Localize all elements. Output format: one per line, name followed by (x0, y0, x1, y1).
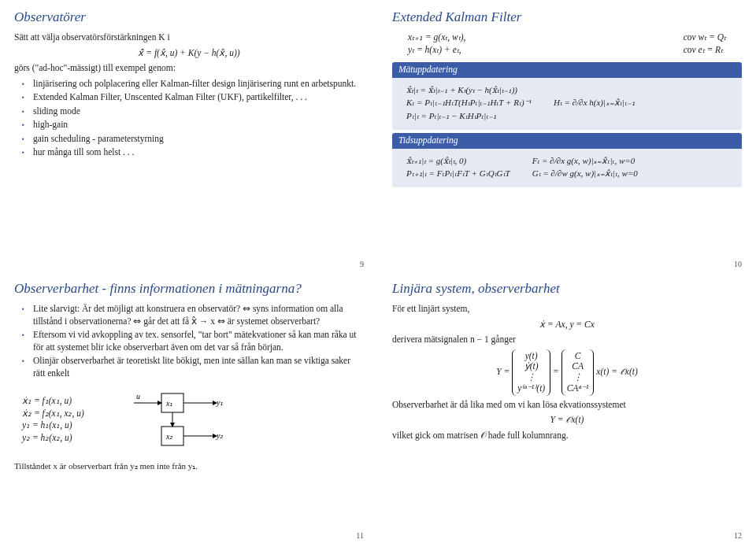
list-item: gain scheduling - parameterstyrning (25, 133, 364, 146)
equation: cov wₜ = Qₜ (684, 31, 726, 44)
equation: Fₜ = ∂/∂x g(x, w)|ₓ₌x̂ₜ|ₜ, w=0 (532, 155, 638, 167)
slide-9: Observatörer Sätt att välja observatörsf… (0, 0, 378, 272)
equation: ẋ̂ = f(x̂, u) + K(y − h(x̂, u)) (14, 47, 364, 60)
slide-title: Observatörer (14, 9, 364, 25)
model-equations: xₜ₊₁ = g(xₜ, wₜ), yₜ = h(xₜ) + eₜ, cov w… (408, 31, 726, 56)
slide-12: Linjära system, observerbarhet För ett l… (378, 272, 756, 543)
text-line: derivera mätsignalen n − 1 gånger (392, 334, 742, 346)
list-item: Olinjär observerbarhet är teoretiskt lit… (25, 355, 364, 379)
equation: ẋ = Ax, y = Cx (392, 319, 742, 331)
block-body: x̂ₜ₊₁|ₜ = g(x̂ₜ|ₜ, 0) Pₜ₊₁|ₜ = FₜPₜ|ₜFₜT… (392, 149, 742, 188)
diagram-svg: u x₁ y₁ x₂ y₂ (130, 387, 248, 450)
text-line: För ett linjärt system, (392, 303, 742, 316)
equation: x̂ₜ₊₁|ₜ = g(x̂ₜ|ₜ, 0) (406, 155, 510, 167)
list-item: hur många till som helst . . . (25, 146, 364, 159)
list-item: Extended Kalman Filter, Unscented Kalman… (25, 91, 364, 104)
state-equations: ẋ₁ = f₁(x₁, u) ẋ₂ = f₂(x₁, x₂, u) y₁ = h… (22, 395, 84, 444)
page-number: 12 (734, 531, 742, 540)
matrix-row: C (575, 351, 581, 360)
equation: Kₜ = Pₜ|ₜ₋₁HₜT(HₜPₜ|ₜ₋₁HₜT + Rₜ)⁻¹ (406, 97, 532, 109)
block-diagram: u x₁ y₁ x₂ y₂ (130, 387, 248, 454)
equation: x̂ₜ|ₜ = x̂ₜ|ₜ₋₁ + Kₜ(yₜ − h(x̂ₜ|ₜ₋₁)) (406, 84, 532, 96)
equation: y₁ = h₁(x₁, u) (22, 419, 84, 432)
bullet-list: Lite slarvigt: Är det möjligt att konstr… (25, 303, 364, 379)
matrix-row: ⋮ (527, 372, 536, 382)
block-title: Tidsuppdatering (392, 133, 742, 149)
equation-tail: x(t) = 𝒪x(t) (596, 367, 637, 376)
list-item: Eftersom vi vid avkoppling av tex. senso… (25, 329, 364, 353)
svg-text:x₂: x₂ (165, 432, 173, 441)
list-item: linjärisering och polplacering eller Kal… (25, 78, 364, 90)
equation: ẋ₁ = f₁(x₁, u) (22, 395, 84, 408)
page-number: 11 (356, 531, 364, 540)
slide-11: Observerbarhet - finns informationen i m… (0, 272, 378, 543)
slide-10: Extended Kalman Filter xₜ₊₁ = g(xₜ, wₜ),… (378, 0, 756, 272)
intro-text: Sätt att välja observatörsförstärkningen… (14, 31, 364, 44)
slide-title: Linjära system, observerbarhet (392, 281, 742, 297)
text-line: vilket gick om matrisen 𝒪 hade full kolu… (392, 430, 742, 442)
matrix-row: ⋮ (573, 372, 583, 382)
equation: Hₜ = ∂/∂x h(x)|ₓ₌x̂ₜ|ₜ₋₁ (554, 97, 635, 109)
bullet-list: linjärisering och polplacering eller Kal… (25, 78, 364, 159)
svg-text:y₂: y₂ (216, 431, 224, 440)
equation: Pₜ₊₁|ₜ = FₜPₜ|ₜFₜT + GₜQₜGₜT (406, 168, 510, 179)
equation: Pₜ|ₜ = Pₜ|ₜ₋₁ − KₜHₜPₜ|ₜ₋₁ (406, 110, 532, 122)
equation: y₂ = h₂(x₂, u) (22, 432, 84, 445)
equation: Gₜ = ∂/∂w g(x, w)|ₓ₌x̂ₜ|ₜ, w=0 (532, 168, 638, 179)
matrix-row: ẏ(t) (524, 361, 539, 371)
list-item: sliding mode (25, 105, 364, 118)
slide-title: Observerbarhet - finns informationen i m… (14, 281, 364, 297)
svg-text:y₁: y₁ (216, 398, 223, 407)
svg-text:x₁: x₁ (165, 399, 172, 408)
matrix-equation: Y = y(t) ẏ(t) ⋮ y⁽ⁿ⁻¹⁾(t) = C CA ⋮ CAⁿ⁻¹… (392, 349, 742, 396)
equation: yₜ = h(xₜ) + eₜ, (408, 44, 465, 57)
text-line: görs ("ad-hoc"-mässigt) till exempel gen… (14, 62, 364, 75)
text-line: Observerbarhet är då lika med om vi kan … (392, 399, 742, 412)
page-number: 10 (734, 260, 742, 268)
list-item: high-gain (25, 119, 364, 131)
matrix-row: CA (572, 361, 584, 371)
slide-title: Extended Kalman Filter (392, 9, 742, 25)
block-title: Mätuppdatering (392, 62, 742, 78)
matrix-row: y⁽ⁿ⁻¹⁾(t) (517, 383, 545, 393)
equation: xₜ₊₁ = g(xₜ, wₜ), (408, 31, 465, 44)
matrix-row: CAⁿ⁻¹ (567, 383, 589, 393)
page-number: 9 (360, 260, 364, 268)
equation: ẋ₂ = f₂(x₁, x₂, u) (22, 408, 84, 420)
footnote: Tillståndet x är observerbart från y₂ me… (14, 460, 364, 472)
equation: Y = 𝒪x(t) (392, 414, 742, 427)
block-body: x̂ₜ|ₜ = x̂ₜ|ₜ₋₁ + Kₜ(yₜ − h(x̂ₜ|ₜ₋₁)) Kₜ… (392, 78, 742, 131)
equation: cov eₜ = Rₜ (684, 44, 726, 57)
list-item: Lite slarvigt: Är det möjligt att konstr… (25, 303, 364, 327)
svg-text:u: u (136, 392, 140, 401)
matrix-row: y(t) (525, 351, 538, 360)
